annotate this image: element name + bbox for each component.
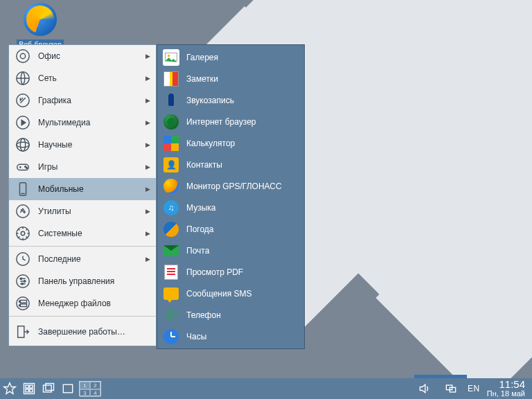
- app-pdf[interactable]: Просмотр PDF: [157, 261, 304, 283]
- svg-point-0: [17, 50, 29, 62]
- menu-item-mobile[interactable]: Мобильные▶: [9, 178, 156, 200]
- app-gps[interactable]: Монитор GPS/ГЛОНАСС: [157, 175, 304, 197]
- menu-item-recent[interactable]: Последние▶: [9, 248, 156, 270]
- svg-point-28: [168, 54, 170, 56]
- network-tray-icon[interactable]: [441, 379, 461, 398]
- svg-rect-33: [30, 389, 33, 392]
- games-icon: [15, 159, 31, 175]
- clock-widget[interactable]: 11:54 Пн, 18 май: [487, 379, 525, 398]
- start-menu-button[interactable]: [0, 379, 19, 398]
- svg-point-25: [19, 305, 21, 306]
- svg-point-20: [21, 283, 23, 284]
- calculator-app-icon: [163, 135, 179, 152]
- workspace-2[interactable]: 2: [90, 382, 100, 389]
- submenu-arrow-icon: ▶: [145, 141, 150, 148]
- weather-app-icon: [163, 221, 179, 238]
- menu-item-office[interactable]: Офис▶: [9, 45, 156, 67]
- svg-point-15: [21, 231, 25, 236]
- menu-label: Игры: [38, 162, 57, 172]
- submenu-arrow-icon: ▶: [145, 97, 150, 104]
- menu-item-games[interactable]: Игры▶: [9, 156, 156, 178]
- submenu-arrow-icon: ▶: [145, 53, 150, 60]
- submenu-arrow-icon: ▶: [145, 256, 150, 263]
- workspace-pager[interactable]: 1 2 3 4: [79, 381, 101, 396]
- app-label: Часы: [186, 332, 206, 342]
- submenu-arrow-icon: ▶: [145, 163, 150, 170]
- show-desktop-button[interactable]: [19, 379, 39, 398]
- taskbar: 1 2 3 4 EN 11:54 Пн, 18 май: [0, 378, 532, 399]
- submenu-arrow-icon: ▶: [145, 230, 150, 237]
- app-browser[interactable]: Интернет браузер: [157, 111, 304, 132]
- workspace-4[interactable]: 4: [90, 389, 100, 397]
- workspace-1[interactable]: 1: [80, 382, 90, 389]
- svg-point-7: [20, 139, 25, 151]
- submenu-arrow-icon: ▶: [145, 208, 150, 215]
- app-music[interactable]: ♫Музыка: [157, 197, 304, 218]
- clock-date: Пн, 18 май: [487, 390, 525, 398]
- menu-item-science[interactable]: Научные▶: [9, 134, 156, 156]
- svg-rect-26: [18, 326, 24, 338]
- keyboard-layout-indicator[interactable]: EN: [468, 384, 480, 393]
- app-label: Почта: [186, 246, 209, 256]
- music-app-icon: ♫: [163, 200, 179, 216]
- menu-label: Системные: [38, 229, 82, 238]
- notes-app-icon: [163, 71, 179, 87]
- app-label: Монитор GPS/ГЛОНАСС: [186, 181, 282, 191]
- menu-item-multimedia[interactable]: Мультимедиа▶: [9, 112, 156, 134]
- app-phone[interactable]: ✆Телефон: [157, 304, 304, 326]
- menu-item-utilities[interactable]: Утилиты▶: [9, 200, 156, 222]
- app-label: Музыка: [186, 203, 215, 213]
- app-contacts[interactable]: 👤Контакты: [157, 154, 304, 175]
- volume-icon[interactable]: [415, 379, 434, 398]
- app-label: Контакты: [186, 160, 222, 170]
- system-icon: [15, 225, 31, 242]
- menu-item-control-panel[interactable]: Панель управления: [9, 270, 156, 292]
- menu-label: Сеть: [38, 73, 57, 83]
- app-label: Калькулятор: [186, 139, 235, 148]
- menu-label: Панель управления: [38, 276, 114, 286]
- svg-rect-36: [63, 384, 72, 393]
- app-label: Сообщения SMS: [186, 289, 251, 299]
- browser-app-icon: [163, 114, 179, 130]
- menu-label: Последние: [38, 254, 81, 264]
- menu-item-graphics[interactable]: Графика▶: [9, 89, 156, 112]
- gps-app-icon: [163, 178, 179, 195]
- app-label: Галерея: [186, 53, 218, 62]
- svg-point-5: [17, 139, 29, 151]
- app-clock[interactable]: Часы: [157, 326, 304, 347]
- app-gallery[interactable]: Галерея: [157, 46, 304, 68]
- app-calculator[interactable]: Калькулятор: [157, 132, 304, 154]
- menu-item-network[interactable]: Сеть▶: [9, 67, 156, 89]
- app-weather[interactable]: Погода: [157, 218, 304, 240]
- app-label: Телефон: [186, 310, 221, 320]
- app-mail[interactable]: Почта: [157, 240, 304, 261]
- menu-label: Завершение работы…: [38, 327, 125, 337]
- app-recorder[interactable]: Звукозапись: [157, 89, 304, 111]
- desktop-icon-browser[interactable]: Веб-браузер: [12, 3, 68, 50]
- menu-separator: [9, 316, 156, 317]
- files-icon: [15, 295, 31, 312]
- svg-rect-34: [44, 385, 52, 392]
- recent-icon: [15, 251, 31, 267]
- svg-rect-22: [20, 300, 26, 303]
- gallery-app-icon: [163, 49, 179, 66]
- menu-item-file-manager[interactable]: Менеджер файлов: [9, 292, 156, 314]
- recorder-app-icon: [163, 92, 179, 109]
- utilities-icon: [15, 203, 31, 220]
- network-icon: [15, 70, 31, 87]
- app-notes[interactable]: Заметки: [157, 68, 304, 89]
- submenu-arrow-icon: ▶: [145, 186, 150, 193]
- menu-separator: [9, 246, 156, 247]
- window-list-button[interactable]: [39, 379, 58, 398]
- menu-item-logout[interactable]: Завершение работы…: [9, 318, 156, 346]
- svg-rect-32: [26, 389, 28, 392]
- app-sms[interactable]: Сообщения SMS: [157, 283, 304, 304]
- system-tray: EN 11:54 Пн, 18 май: [415, 379, 532, 398]
- window-single-button[interactable]: [58, 379, 78, 398]
- svg-point-24: [19, 301, 21, 302]
- svg-point-21: [17, 297, 29, 310]
- submenu-arrow-icon: ▶: [145, 119, 150, 126]
- menu-item-system[interactable]: Системные▶: [9, 222, 156, 245]
- svg-point-6: [17, 142, 29, 147]
- workspace-3[interactable]: 3: [80, 389, 90, 397]
